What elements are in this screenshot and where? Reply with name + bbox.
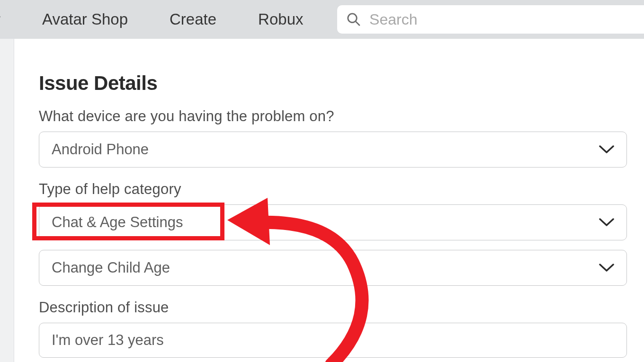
- nav-link-robux[interactable]: Robux: [237, 10, 324, 28]
- device-select-value: Android Phone: [52, 141, 599, 158]
- description-textarea[interactable]: I'm over 13 years: [39, 323, 627, 358]
- nav-link-avatar-shop[interactable]: Avatar Shop: [21, 10, 149, 28]
- nav-link-truncated[interactable]: r: [0, 10, 21, 28]
- device-label: What device are you having the problem o…: [39, 108, 627, 125]
- section-title: Issue Details: [39, 72, 627, 95]
- search-input[interactable]: [369, 11, 644, 28]
- main-content: Issue Details What device are you having…: [14, 39, 644, 362]
- chevron-down-icon: [599, 145, 614, 154]
- device-select[interactable]: Android Phone: [39, 132, 627, 168]
- description-label: Description of issue: [39, 299, 627, 316]
- nav-link-create[interactable]: Create: [149, 10, 237, 28]
- search-container[interactable]: [337, 5, 644, 34]
- category-select-value: Chat & Age Settings: [52, 214, 599, 231]
- category-label: Type of help category: [39, 181, 627, 198]
- subcategory-select[interactable]: Change Child Age: [39, 250, 627, 286]
- left-gutter: [0, 39, 14, 362]
- subcategory-select-value: Change Child Age: [52, 259, 599, 276]
- svg-line-1: [356, 22, 360, 26]
- svg-point-0: [348, 14, 357, 22]
- top-navigation: r Avatar Shop Create Robux: [0, 0, 644, 39]
- chevron-down-icon: [599, 263, 614, 273]
- search-icon: [347, 12, 361, 27]
- category-select[interactable]: Chat & Age Settings: [39, 204, 627, 240]
- chevron-down-icon: [599, 218, 614, 227]
- content-wrapper: Issue Details What device are you having…: [0, 39, 644, 362]
